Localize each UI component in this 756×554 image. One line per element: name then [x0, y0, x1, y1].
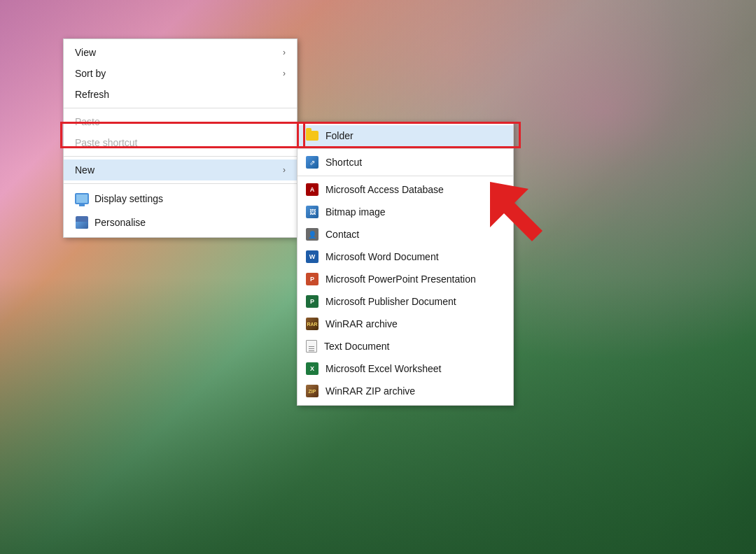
menu-item-sort-by[interactable]: Sort by › — [64, 63, 297, 84]
ppt-icon: P — [306, 273, 318, 285]
submenu-separator-1 — [298, 148, 513, 149]
submenu-item-access-db-label: Microsoft Access Database — [326, 184, 444, 195]
separator-3 — [64, 183, 297, 184]
shortcut-icon: ⇗ — [306, 156, 318, 169]
separator-2 — [64, 156, 297, 157]
display-settings-icon — [75, 192, 89, 206]
menu-item-display-settings[interactable]: Display settings — [64, 187, 297, 211]
submenu-item-text-doc-label: Text Document — [324, 341, 389, 352]
menu-item-paste-label: Paste — [75, 116, 100, 127]
submenu-arrow-view: › — [283, 48, 286, 57]
submenu: Folder ⇗ Shortcut A Microsoft Access Dat… — [297, 122, 514, 406]
submenu-item-winrar-label: WinRAR archive — [326, 318, 398, 329]
submenu-item-shortcut[interactable]: ⇗ Shortcut — [298, 151, 513, 173]
submenu-item-contact-label: Contact — [326, 229, 359, 240]
access-db-icon: A — [306, 183, 318, 196]
menu-item-paste-shortcut: Paste shortcut — [64, 132, 297, 153]
submenu-item-publisher[interactable]: P Microsoft Publisher Document — [298, 290, 513, 313]
menu-item-paste-shortcut-label: Paste shortcut — [75, 137, 138, 148]
menu-item-paste: Paste — [64, 111, 297, 132]
submenu-item-winrar-zip-label: WinRAR ZIP archive — [326, 385, 415, 397]
menu-item-sort-by-label: Sort by — [75, 68, 106, 79]
submenu-item-excel[interactable]: X Microsoft Excel Worksheet — [298, 357, 513, 380]
submenu-item-folder[interactable]: Folder — [298, 125, 513, 146]
context-menu: View › Sort by › Refresh Paste Paste sho… — [63, 38, 298, 238]
submenu-arrow-sort: › — [283, 69, 286, 78]
submenu-item-word-label: Microsoft Word Document — [326, 251, 439, 262]
menu-item-display-settings-label: Display settings — [94, 193, 163, 204]
bitmap-icon: 🖼 — [306, 206, 318, 218]
menu-item-personalise[interactable]: Personalise — [64, 211, 297, 234]
contact-icon: 👤 — [306, 228, 318, 241]
submenu-item-winrar-zip[interactable]: ZIP WinRAR ZIP archive — [298, 380, 513, 402]
menu-item-view-label: View — [75, 47, 96, 58]
submenu-item-word[interactable]: W Microsoft Word Document — [298, 246, 513, 268]
menu-item-new-label: New — [75, 164, 94, 176]
submenu-item-winrar[interactable]: RAR WinRAR archive — [298, 313, 513, 335]
submenu-item-ppt-label: Microsoft PowerPoint Presentation — [326, 274, 476, 285]
submenu-item-bitmap-label: Bitmap image — [326, 206, 386, 218]
submenu-item-shortcut-label: Shortcut — [326, 157, 362, 168]
submenu-item-ppt[interactable]: P Microsoft PowerPoint Presentation — [298, 268, 513, 290]
word-icon: W — [306, 250, 318, 263]
menu-item-personalise-label: Personalise — [94, 217, 146, 228]
submenu-separator-2 — [298, 176, 513, 176]
submenu-item-publisher-label: Microsoft Publisher Document — [326, 296, 456, 307]
folder-icon — [306, 131, 318, 141]
text-doc-icon — [306, 340, 317, 353]
submenu-item-text-doc[interactable]: Text Document — [298, 335, 513, 357]
submenu-item-excel-label: Microsoft Excel Worksheet — [326, 363, 441, 374]
publisher-icon: P — [306, 295, 318, 308]
submenu-arrow-new: › — [283, 165, 286, 175]
submenu-item-access-db[interactable]: A Microsoft Access Database — [298, 178, 513, 201]
personalise-icon — [75, 215, 89, 229]
menu-item-view[interactable]: View › — [64, 42, 297, 63]
separator-1 — [64, 108, 297, 108]
submenu-item-bitmap[interactable]: 🖼 Bitmap image — [298, 201, 513, 223]
excel-icon: X — [306, 362, 318, 375]
submenu-item-contact[interactable]: 👤 Contact — [298, 223, 513, 246]
menu-item-refresh-label: Refresh — [75, 89, 109, 100]
menu-item-refresh[interactable]: Refresh — [64, 84, 297, 105]
winrar-zip-icon: ZIP — [306, 385, 318, 397]
submenu-item-folder-label: Folder — [326, 130, 354, 141]
menu-item-new[interactable]: New › — [64, 159, 297, 180]
winrar-icon: RAR — [306, 318, 318, 330]
